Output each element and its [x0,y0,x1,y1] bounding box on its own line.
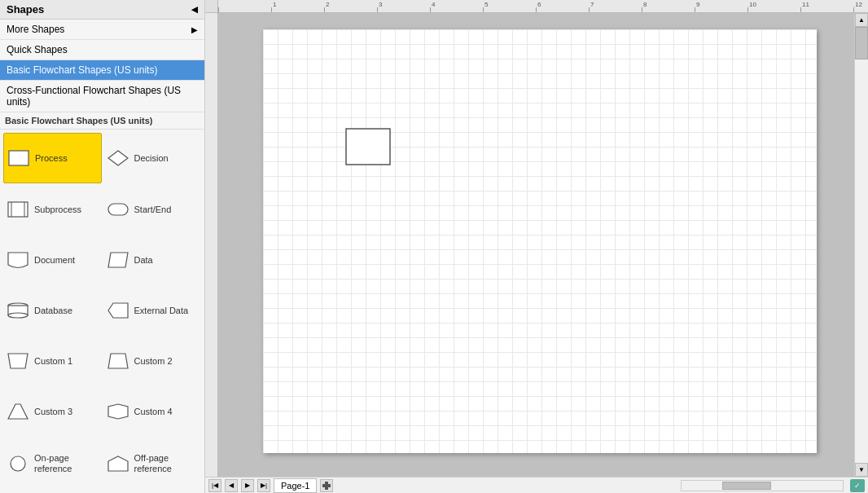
shape-label-data: Data [134,255,153,265]
shape-icon-process [7,149,30,167]
shape-label-subprocess: Subprocess [34,205,81,214]
shape-item-external-data[interactable]: External Data [103,286,202,335]
shape-icon-subprocess [7,200,29,218]
sidebar-menu-item-more-shapes[interactable]: More Shapes▶ [0,20,204,40]
sidebar-menu-item-quick-shapes[interactable]: Quick Shapes [0,40,204,60]
menu-item-label-cross-functional: Cross-Functional Flowchart Shapes (US un… [7,85,198,108]
page-prev-btn[interactable]: ◀ [225,479,238,492]
shape-label-custom4: Custom 4 [134,407,173,416]
shape-label-database: Database [34,306,72,315]
svg-marker-10 [108,303,128,318]
sidebar-menu-item-cross-functional[interactable]: Cross-Functional Flowchart Shapes (US un… [0,81,204,112]
shape-label-offpage: Off-page reference [134,453,199,474]
svg-rect-19 [322,484,331,487]
svg-rect-17 [346,129,390,165]
svg-point-9 [8,313,28,318]
shape-item-start-end[interactable]: Start/End [103,185,202,234]
ruler-corner [205,0,218,13]
shape-label-document: Document [34,255,75,265]
shape-item-offpage[interactable]: Off-page reference [103,438,202,490]
svg-marker-6 [108,253,128,267]
vertical-ruler [205,13,218,477]
scroll-down-btn[interactable]: ▼ [855,463,868,477]
svg-marker-11 [8,354,28,368]
horizontal-ruler: 1234567891011121314 [218,0,868,13]
page-first-btn[interactable]: |◀ [208,479,221,492]
shape-item-custom1[interactable]: Custom 1 [3,337,102,385]
shape-icon-custom3 [7,403,29,420]
svg-rect-5 [108,204,128,215]
menu-item-label-basic-flowchart: Basic Flowchart Shapes (US units) [7,64,157,76]
shape-icon-start-end [107,200,129,218]
page-last-btn[interactable]: ▶| [257,479,270,492]
scroll-up-btn[interactable]: ▲ [855,13,868,27]
shape-item-custom4[interactable]: Custom 4 [103,387,202,436]
status-icon-1[interactable]: ✓ [850,479,865,492]
shape-label-external-data: External Data [134,306,189,315]
placed-shape-svg [344,127,392,166]
svg-point-15 [11,456,25,471]
shape-label-custom2: Custom 2 [134,356,173,366]
shape-icon-custom4 [107,403,129,420]
svg-marker-14 [108,404,128,419]
shapes-section-title: Basic Flowchart Shapes (US units) [0,112,204,130]
bottom-bar: |◀ ◀ ▶ ▶| Page-1 ✓ [205,477,868,493]
shape-item-custom3[interactable]: Custom 3 [3,387,102,436]
scroll-track-v[interactable] [855,27,868,463]
svg-rect-0 [9,151,28,165]
sidebar-collapse-btn[interactable]: ◀ [191,5,198,14]
canvas-grid [263,29,817,453]
svg-marker-1 [108,151,128,165]
shape-item-subprocess[interactable]: Subprocess [3,185,102,234]
sidebar-menu-item-basic-flowchart[interactable]: Basic Flowchart Shapes (US units) [0,60,204,81]
shape-icon-onpage [7,455,29,473]
scroll-thumb-v[interactable] [855,27,868,59]
shape-icon-custom1 [7,352,29,370]
shapes-panel: Shapes ◀ More Shapes▶Quick ShapesBasic F… [0,0,205,493]
shape-icon-custom2 [107,352,129,370]
menu-item-label-more-shapes: More Shapes [7,24,64,35]
scroll-thumb-h[interactable] [722,482,771,490]
menu-item-arrow-more-shapes: ▶ [191,25,198,34]
page-add-btn[interactable] [320,479,333,492]
shape-icon-offpage [107,455,129,473]
page-tab[interactable]: Page-1 [274,478,317,493]
shape-item-document[interactable]: Document [3,235,102,284]
sidebar-title: Shapes [7,3,44,15]
shape-item-process[interactable]: Process [3,133,102,183]
svg-marker-16 [108,456,128,471]
svg-marker-13 [8,404,28,419]
shape-icon-external-data [107,302,129,319]
shape-icon-database [7,302,29,319]
shape-icon-decision [107,149,129,167]
shape-item-onpage[interactable]: On-page reference [3,438,102,490]
sidebar-menu: More Shapes▶Quick ShapesBasic Flowchart … [0,20,204,112]
vertical-scrollbar: ▲ ▼ [854,13,868,477]
page-add-icon [322,482,331,490]
canvas-scroll[interactable] [218,13,854,477]
shape-label-custom3: Custom 3 [34,407,72,416]
shape-label-process: Process [35,153,68,163]
canvas-page[interactable] [263,29,817,453]
svg-marker-12 [108,354,128,368]
shape-item-decision[interactable]: Decision [103,133,202,183]
shape-item-database[interactable]: Database [3,286,102,335]
shape-label-start-end: Start/End [134,205,172,214]
shape-icon-data [107,251,129,269]
shape-label-custom1: Custom 1 [34,356,72,366]
shape-icon-document [7,251,29,269]
shape-item-custom2[interactable]: Custom 2 [103,337,202,385]
page-next-btn[interactable]: ▶ [241,479,254,492]
canvas-container: 1234567891011121314 [205,0,868,493]
shape-item-data[interactable]: Data [103,235,202,284]
shape-label-onpage: On-page reference [34,453,99,474]
horizontal-scrollbar[interactable] [681,480,844,491]
status-icons: ✓ [850,479,865,492]
placed-shape[interactable] [344,127,392,169]
menu-item-label-quick-shapes: Quick Shapes [7,44,68,55]
shapes-grid: ProcessDecisionSubprocessStart/EndDocume… [0,130,204,493]
sidebar-header: Shapes ◀ [0,0,204,20]
shape-label-decision: Decision [134,153,169,163]
